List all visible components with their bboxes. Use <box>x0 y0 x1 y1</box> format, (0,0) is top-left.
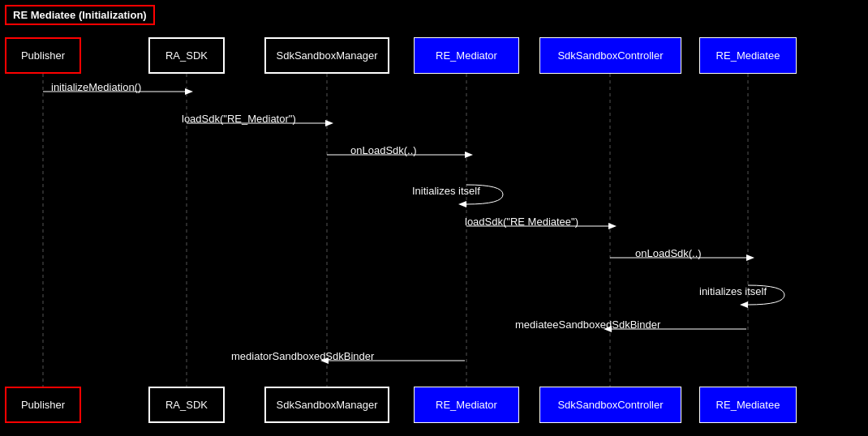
msg-load-sdk-mediatee: loadSdk("RE Mediatee") <box>465 216 578 228</box>
svg-marker-14 <box>608 223 617 229</box>
msg-initializes-itself-2: initializes itself <box>699 285 767 297</box>
svg-marker-17 <box>740 301 748 308</box>
msg-load-sdk-mediator: loadSdk("RE_Mediator") <box>182 113 296 125</box>
publisher-top-node: Publisher <box>5 37 81 74</box>
re-mediatee-top-node: RE_Mediatee <box>699 37 797 74</box>
re-mediator-top-node: RE_Mediator <box>414 37 519 74</box>
svg-marker-7 <box>185 88 193 95</box>
ra-sdk-bot-node: RA_SDK <box>148 387 225 423</box>
sdksandboxmanager-bot-node: SdkSandboxManager <box>264 387 389 423</box>
msg-mediatee-sandboxed-sdk-binder: mediateeSandboxedSdkBinder <box>515 318 660 331</box>
msg-on-load-sdk-1: onLoadSdk(..) <box>350 144 417 156</box>
msg-on-load-sdk-2: onLoadSdk(..) <box>635 247 702 259</box>
re-mediator-bot-node: RE_Mediator <box>414 387 519 423</box>
svg-marker-9 <box>325 120 333 126</box>
svg-marker-16 <box>746 254 754 261</box>
msg-mediator-sandboxed-sdk-binder: mediatorSandboxedSdkBinder <box>231 350 374 362</box>
re-mediatee-bot-node: RE_Mediatee <box>699 387 797 423</box>
msg-initialize-mediation: initializeMediation() <box>51 81 141 93</box>
publisher-bot-node: Publisher <box>5 387 81 423</box>
svg-marker-11 <box>465 152 473 158</box>
diagram-title: RE Mediatee (Initialization) <box>5 5 155 25</box>
sdksandboxmanager-top-node: SdkSandboxManager <box>264 37 389 74</box>
sdksandboxcontroller-bot-node: SdkSandboxController <box>539 387 681 423</box>
sdksandboxcontroller-top-node: SdkSandboxController <box>539 37 681 74</box>
sequence-diagram: RE Mediatee (Initialization) <box>0 0 868 436</box>
ra-sdk-top-node: RA_SDK <box>148 37 225 74</box>
svg-marker-12 <box>458 201 466 207</box>
msg-initializes-itself-1: Initializes itself <box>412 185 480 197</box>
